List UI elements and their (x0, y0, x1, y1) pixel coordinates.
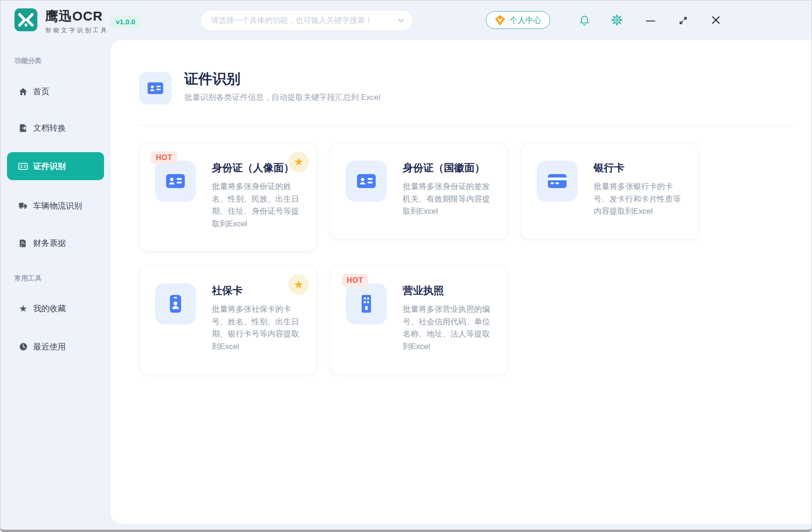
sidebar-item-vehicle-logistics[interactable]: 车辆物流识别 (7, 196, 104, 216)
user-center-button[interactable]: 个人中心 (486, 11, 550, 29)
id-card-icon (146, 79, 165, 98)
social-card-icon (155, 283, 196, 324)
feature-card-idcard-portrait[interactable]: HOT ★ 身份证（人像面） 批量将多张身份证的姓名、性别、民族、出生日期、住址… (139, 143, 317, 252)
id-card-icon (18, 161, 28, 171)
maximize-icon (678, 15, 688, 26)
maximize-button[interactable] (677, 14, 689, 27)
top-bar: 鹰迅OCR 智能文字识别工具 v1.0.0 请选择一个具体的功能，也可输入关键字… (0, 0, 812, 40)
bank-card-icon (537, 161, 578, 202)
header-divider (139, 125, 795, 126)
page-header-icon (139, 72, 172, 105)
clock-icon (18, 342, 28, 352)
page-title: 证件识别 (184, 70, 240, 89)
user-center-label: 个人中心 (510, 15, 541, 26)
search-placeholder: 请选择一个具体的功能，也可输入关键字搜索！ (211, 15, 397, 26)
sidebar-item-id-recognition[interactable]: 证件识别 (7, 152, 104, 180)
sidebar-item-label: 财务票据 (33, 238, 66, 249)
settings-gear-icon[interactable] (611, 14, 623, 26)
card-description: 批量将多张社保卡的卡号、姓名、性别、出生日期、银行卡号等内容提取到Excel (212, 303, 301, 353)
feature-card-bank-card[interactable]: 银行卡 批量将多张银行卡的卡号、发卡行和卡片性质等内容提取到Excel (521, 143, 699, 240)
card-description: 批量将多张银行卡的卡号、发卡行和卡片性质等内容提取到Excel (594, 181, 683, 218)
page-subtitle: 批量识别各类证件信息，自动提取关键字段汇总到 Excel (184, 92, 380, 103)
star-icon: ★ (18, 304, 28, 314)
star-icon: ★ (294, 279, 304, 290)
hot-badge: HOT (151, 151, 177, 164)
card-description: 批量将多张营业执照的编号、社会信用代码、单位名称、地址、法人等提取到Excel (403, 303, 492, 353)
sidebar-item-favorites[interactable]: ★ 我的收藏 (7, 298, 104, 319)
version-badge: v1.0.0 (110, 15, 141, 28)
card-title: 银行卡 (594, 161, 624, 175)
card-title: 身份证（人像面） (212, 161, 294, 175)
minimize-button[interactable] (644, 15, 657, 27)
search-input[interactable]: 请选择一个具体的功能，也可输入关键字搜索！ (200, 10, 413, 31)
favorite-star-badge[interactable]: ★ (288, 274, 309, 295)
main-panel: 证件识别 批量识别各类证件信息，自动提取关键字段汇总到 Excel HOT ★ … (111, 40, 812, 524)
sidebar-item-home[interactable]: 首页 (7, 81, 104, 102)
feature-card-business-license[interactable]: HOT 营业执照 批量将多张营业执照的编号、社会信用代码、单位名称、地址、法人等… (330, 266, 508, 375)
sidebar-item-label: 最近使用 (33, 341, 66, 352)
vip-badge-icon (495, 15, 505, 26)
close-button[interactable] (710, 14, 722, 26)
search-chevron-icon[interactable] (397, 16, 405, 25)
app-logo-icon (14, 8, 37, 31)
id-card-icon (346, 161, 387, 202)
invoice-icon (18, 238, 28, 248)
card-title: 社保卡 (212, 284, 243, 298)
brand-block: 鹰迅OCR 智能文字识别工具 (45, 7, 109, 35)
sidebar-section-tools: 常用工具 (14, 274, 42, 283)
doc-convert-icon (18, 123, 28, 133)
sidebar-item-label: 我的收藏 (33, 303, 66, 314)
feature-card-social-security[interactable]: ★ 社保卡 批量将多张社保卡的卡号、姓名、性别、出生日期、银行卡号等内容提取到E… (139, 266, 317, 375)
sidebar-item-financial-bills[interactable]: 财务票据 (7, 233, 104, 253)
sidebar-item-label: 证件识别 (33, 161, 66, 172)
favorite-star-badge[interactable]: ★ (288, 152, 309, 172)
id-card-icon (155, 161, 196, 202)
card-title: 身份证（国徽面） (403, 161, 485, 175)
feature-card-idcard-emblem[interactable]: 身份证（国徽面） 批量将多张身份证的签发机关、有效期限等内容提取到Excel (330, 143, 508, 240)
notification-bell-icon[interactable] (578, 14, 590, 26)
app-tagline: 智能文字识别工具 (45, 27, 109, 35)
app-window: 鹰迅OCR 智能文字识别工具 v1.0.0 请选择一个具体的功能，也可输入关键字… (0, 0, 812, 532)
sidebar-item-recent[interactable]: 最近使用 (7, 336, 104, 357)
building-icon (346, 283, 387, 324)
app-title: 鹰迅OCR (45, 7, 109, 25)
sidebar-item-label: 首页 (33, 86, 49, 97)
sidebar-section-functions: 功能分类 (14, 56, 42, 65)
card-description: 批量将多张身份证的签发机关、有效期限等内容提取到Excel (403, 181, 492, 218)
close-icon (710, 14, 721, 26)
sidebar-item-doc-convert[interactable]: 文档转换 (7, 118, 104, 138)
sidebar-item-label: 车辆物流识别 (33, 200, 82, 211)
star-icon: ★ (294, 156, 304, 168)
card-description: 批量将多张身份证的姓名、性别、民族、出生日期、住址、身份证号等提取到Excel (212, 181, 301, 230)
card-title: 营业执照 (403, 284, 444, 298)
hot-badge: HOT (342, 274, 368, 287)
home-icon (18, 87, 28, 97)
sidebar-item-label: 文档转换 (33, 122, 66, 133)
truck-icon (18, 201, 28, 211)
